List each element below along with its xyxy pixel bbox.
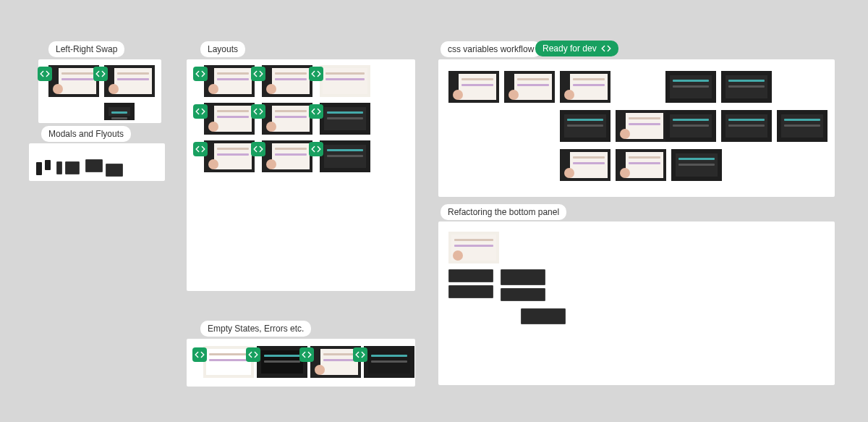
code-icon[interactable]	[353, 347, 367, 362]
panel-tile[interactable]	[448, 285, 493, 298]
modal-tile[interactable]	[65, 161, 80, 174]
frame[interactable]	[665, 110, 716, 142]
section-label-css-vars[interactable]: css variables workflow	[441, 41, 541, 57]
section-label-modals[interactable]: Modals and Flyouts	[41, 126, 131, 142]
frame[interactable]	[721, 71, 772, 103]
code-icon[interactable]	[251, 104, 265, 119]
frame[interactable]	[616, 149, 666, 181]
code-icon[interactable]	[193, 67, 208, 81]
section-label-layouts[interactable]: Layouts	[200, 41, 245, 57]
frame[interactable]	[104, 65, 155, 97]
frame[interactable]	[560, 110, 610, 142]
panel-tile[interactable]	[501, 288, 545, 301]
frame[interactable]	[48, 65, 99, 97]
code-icon[interactable]	[93, 67, 108, 81]
section-label-empty-states[interactable]: Empty States, Errors etc.	[200, 321, 311, 337]
frame[interactable]	[504, 71, 555, 103]
frame[interactable]	[320, 65, 370, 97]
code-icon[interactable]	[251, 67, 265, 81]
modal-tile[interactable]	[36, 162, 42, 175]
frame[interactable]	[665, 71, 716, 103]
modal-tile[interactable]	[106, 164, 123, 177]
frame[interactable]	[448, 71, 499, 103]
section-label-left-right-swap[interactable]: Left-Right Swap	[48, 41, 124, 57]
modal-tile[interactable]	[45, 160, 51, 170]
figma-canvas[interactable]: Left-Right Swap Modals and Flyouts Layou…	[0, 0, 868, 422]
frame[interactable]	[777, 110, 827, 142]
frame[interactable]	[364, 346, 414, 378]
code-icon[interactable]	[309, 104, 323, 119]
code-icon[interactable]	[38, 67, 52, 81]
code-icon[interactable]	[193, 142, 208, 156]
code-icon[interactable]	[309, 67, 323, 81]
code-icon[interactable]	[192, 347, 207, 362]
frame[interactable]	[262, 140, 312, 172]
modal-tile[interactable]	[56, 161, 62, 174]
modal-tile[interactable]	[85, 159, 103, 172]
frame[interactable]	[616, 110, 666, 142]
code-icon[interactable]	[246, 347, 260, 362]
frame[interactable]	[448, 232, 499, 263]
code-icon[interactable]	[299, 347, 314, 362]
frame[interactable]	[560, 71, 610, 103]
code-icon	[601, 43, 611, 54]
status-badge-label: Ready for dev	[542, 43, 597, 54]
code-icon[interactable]	[309, 142, 323, 156]
section-label-refactor[interactable]: Refactoring the bottom panel	[441, 204, 566, 220]
frame[interactable]	[320, 103, 370, 135]
frame[interactable]	[560, 149, 610, 181]
code-icon[interactable]	[193, 104, 208, 119]
frame[interactable]	[204, 140, 255, 172]
status-badge-ready-for-dev[interactable]: Ready for dev	[535, 41, 618, 56]
panel-tile[interactable]	[501, 269, 545, 285]
code-icon[interactable]	[251, 142, 265, 156]
panel-tile[interactable]	[521, 308, 566, 324]
frame[interactable]	[104, 103, 135, 120]
frame[interactable]	[262, 103, 312, 135]
frame[interactable]	[320, 140, 370, 172]
panel-tile[interactable]	[448, 269, 493, 282]
modal-tile[interactable]	[133, 161, 146, 169]
frame[interactable]	[721, 110, 772, 142]
frame[interactable]	[671, 149, 722, 181]
frame[interactable]	[262, 65, 312, 97]
frame[interactable]	[204, 65, 255, 97]
frame[interactable]	[204, 103, 255, 135]
